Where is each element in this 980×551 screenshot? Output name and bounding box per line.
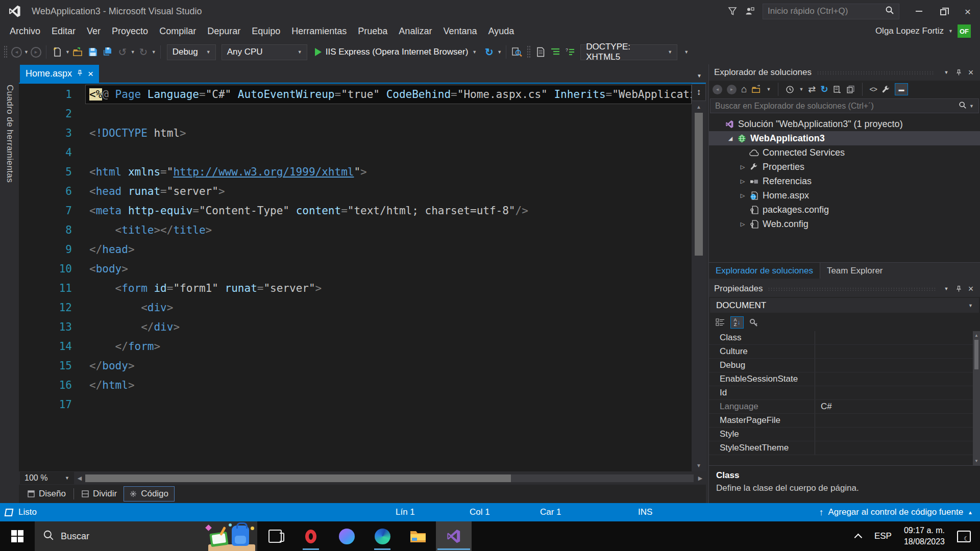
menu-equipo[interactable]: Equipo [246, 26, 286, 37]
tree-item-home-aspx[interactable]: ▷Home.aspx [709, 188, 980, 203]
property-value[interactable] [815, 428, 973, 441]
property-value[interactable]: C# [815, 400, 973, 413]
code-line-8[interactable]: 8 <title></title> [19, 220, 692, 240]
code-line-3[interactable]: 3<!DOCTYPE html> [19, 123, 692, 143]
scroll-down-icon[interactable]: ▼ [696, 460, 701, 471]
minimize-button[interactable] [906, 3, 931, 20]
navigate-back-icon[interactable]: ◄ [11, 47, 22, 58]
quick-launch-search[interactable]: Inicio rápido (Ctrl+Q) [763, 4, 899, 19]
save-icon[interactable] [86, 44, 100, 60]
run-button[interactable]: IIS Express (Opera Internet Browser) ▼ [311, 44, 481, 60]
tree-item-packages-config[interactable]: packages.config [709, 203, 980, 217]
menu-herramientas[interactable]: Herramientas [286, 26, 352, 37]
toolbox-side-tab[interactable]: Cuadro de herramientas [0, 64, 19, 503]
open-file-icon[interactable] [71, 44, 85, 60]
save-all-icon[interactable] [101, 44, 114, 60]
switch-views-dropdown-icon[interactable]: ▼ [766, 87, 771, 92]
find-in-files-icon[interactable] [510, 44, 524, 60]
property-value[interactable] [815, 359, 973, 372]
taskbar-visual-studio[interactable] [436, 521, 472, 551]
filter-icon[interactable] [724, 6, 741, 16]
code-text[interactable]: </div> [85, 317, 692, 337]
taskbar-copilot[interactable] [329, 521, 364, 551]
taskbar-edge[interactable] [364, 521, 400, 551]
doctype-select[interactable]: DOCTYPE: XHTML5▼ [580, 44, 677, 60]
tab-dividir[interactable]: Dividir [76, 487, 122, 501]
navigate-forward-icon[interactable]: ► [31, 47, 41, 58]
search-options-icon[interactable]: ▼ [969, 104, 974, 109]
horizontal-scroll-thumb[interactable] [85, 474, 511, 482]
scroll-up-icon[interactable]: ▲ [974, 331, 978, 340]
property-value[interactable] [815, 345, 973, 358]
window-options-icon[interactable]: ▼ [940, 286, 952, 291]
undo-icon[interactable]: ↺ [116, 44, 129, 60]
switch-views-icon[interactable] [751, 85, 762, 94]
property-row-stylesheettheme[interactable]: StyleSheetTheme [709, 441, 973, 455]
sync-with-active-document-icon[interactable]: ⇄ [808, 84, 816, 95]
debug-configuration-select[interactable]: Debug▼ [167, 44, 216, 60]
back-dropdown-icon[interactable]: ▼ [24, 49, 29, 55]
scroll-down-icon[interactable]: ▼ [974, 457, 978, 465]
editor-splitter-handle[interactable]: ↕ [692, 84, 706, 101]
task-view-button[interactable] [257, 521, 293, 551]
categorized-icon[interactable] [714, 316, 727, 329]
drag-texture[interactable] [768, 287, 935, 292]
property-value[interactable] [815, 331, 973, 344]
open-documents-dropdown-icon[interactable]: ▼ [697, 73, 702, 79]
code-text[interactable]: </html> [85, 375, 692, 395]
window-options-icon[interactable]: ▼ [940, 70, 952, 75]
redo-dropdown-icon[interactable]: ▼ [152, 49, 156, 55]
solution-explorer-header[interactable]: Explorador de soluciones ▼ × [709, 64, 980, 81]
code-line-13[interactable]: 13 </div> [19, 317, 692, 337]
menu-editar[interactable]: Editar [46, 26, 81, 37]
back-icon[interactable]: ◄ [713, 85, 722, 94]
menu-prueba[interactable]: Prueba [352, 26, 393, 37]
home-icon[interactable]: ⌂ [741, 84, 747, 95]
tab-diseno[interactable]: Diseño [22, 487, 71, 501]
tab-team-explorer[interactable]: Team Explorer [820, 263, 890, 279]
search-icon[interactable] [959, 101, 967, 111]
start-button[interactable] [0, 521, 35, 551]
alphabetical-sort-icon[interactable]: AZ↓ [730, 316, 744, 329]
code-text[interactable]: <body> [85, 259, 692, 279]
pin-icon[interactable] [952, 286, 965, 292]
code-text[interactable]: <meta http-equiv="Content-Type" content=… [85, 201, 692, 220]
view-code-icon[interactable]: <> [870, 85, 877, 93]
code-line-15[interactable]: 15</body> [19, 356, 692, 375]
property-value[interactable] [815, 386, 973, 399]
code-text[interactable]: <!DOCTYPE html> [85, 123, 692, 143]
properties-scrollbar[interactable]: ▲ ▼ [973, 331, 980, 465]
code-line-9[interactable]: 9</head> [19, 240, 692, 259]
code-line-12[interactable]: 12 <div> [19, 298, 692, 317]
filter-dropdown-icon[interactable]: ▼ [799, 87, 803, 92]
property-row-masterpagefile[interactable]: MasterPageFile [709, 414, 973, 428]
solution-explorer-search[interactable]: Buscar en Explorador de soluciones (Ctrl… [710, 98, 979, 113]
code-line-1[interactable]: 1<%@ Page Language="C#" AutoEventWireup=… [19, 85, 692, 104]
code-text[interactable]: </body> [85, 356, 692, 375]
search-highlight-illustration[interactable] [205, 521, 256, 551]
property-pages-icon[interactable] [747, 316, 761, 329]
code-text[interactable] [85, 395, 692, 414]
property-value[interactable] [815, 441, 973, 455]
close-button[interactable]: × [955, 3, 980, 20]
pin-icon[interactable] [952, 69, 965, 76]
close-icon[interactable]: × [965, 284, 977, 294]
selected-object-select[interactable]: DOCUMENT ▼ [710, 298, 979, 313]
code-text[interactable]: <title></title> [85, 220, 692, 240]
expander-collapsed-icon[interactable]: ▷ [738, 178, 748, 185]
keyboard-language[interactable]: ESP [874, 531, 892, 541]
new-file-icon[interactable] [51, 44, 64, 60]
menu-proyecto[interactable]: Proyecto [106, 26, 154, 37]
editor-vertical-scrollbar[interactable]: ↕ ▲ ▼ [692, 84, 706, 471]
property-row-language[interactable]: LanguageC# [709, 400, 973, 414]
code-line-14[interactable]: 14 </form> [19, 337, 692, 356]
close-icon[interactable]: × [965, 67, 977, 78]
property-row-class[interactable]: Class [709, 331, 973, 345]
vertical-scroll-thumb[interactable] [695, 113, 703, 256]
tree-item-webapplication3[interactable]: ◢WebApplication3 [709, 131, 980, 145]
code-text[interactable] [85, 143, 692, 162]
scroll-right-icon[interactable]: ▶ [695, 475, 706, 482]
property-value[interactable] [815, 372, 973, 386]
new-file-dropdown-icon[interactable]: ▼ [65, 49, 70, 55]
code-text[interactable]: </head> [85, 240, 692, 259]
